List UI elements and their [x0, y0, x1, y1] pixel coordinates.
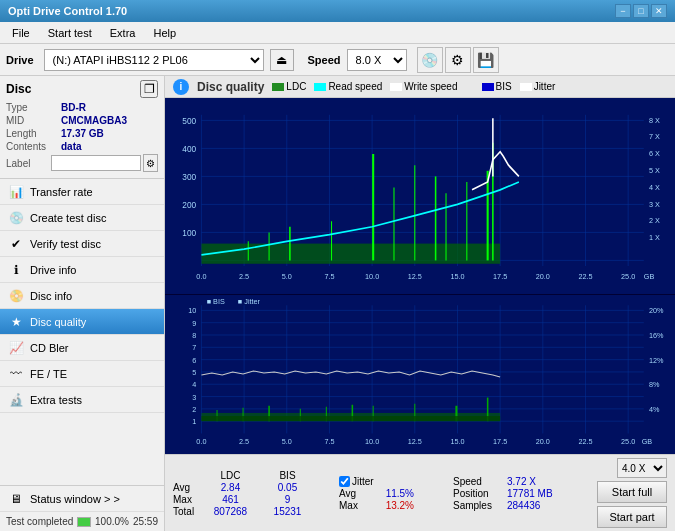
legend-bis-label: BIS [496, 81, 512, 92]
menu-help[interactable]: Help [145, 25, 184, 41]
sidebar-item-label: Extra tests [30, 394, 82, 406]
svg-text:500: 500 [182, 115, 196, 125]
max-ldc-val: 461 [203, 494, 258, 505]
legend-write-speed: Write speed [390, 81, 457, 92]
sidebar-item-disc-quality[interactable]: ★ Disc quality [0, 309, 164, 335]
action-area: 4.0 X 8.0 X Maximum Start full Start par… [597, 458, 667, 528]
jitter-label: Jitter [352, 476, 374, 487]
start-full-button[interactable]: Start full [597, 481, 667, 503]
legend-jitter-label: Jitter [534, 81, 556, 92]
save-toolbar-button[interactable]: 💾 [473, 47, 499, 73]
sidebar-item-create-test-disc[interactable]: 💿 Create test disc [0, 205, 164, 231]
position-stat-val: 17781 MB [507, 488, 553, 499]
svg-text:200: 200 [182, 199, 196, 209]
progress-bar-fill [78, 518, 90, 526]
svg-text:10.0: 10.0 [365, 272, 379, 281]
disc-quality-icon: ★ [8, 314, 24, 330]
sidebar-item-extra-tests[interactable]: 🔬 Extra tests [0, 387, 164, 413]
svg-text:6: 6 [192, 356, 196, 365]
top-chart: 500 400 300 200 100 8 X 7 X 6 X 5 X 4 X … [165, 98, 675, 294]
sidebar-item-label: Transfer rate [30, 186, 93, 198]
right-panel: i Disc quality LDC Read speed Write spee… [165, 76, 675, 531]
disc-length-label: Length [6, 128, 61, 139]
sidebar-item-transfer-rate[interactable]: 📊 Transfer rate [0, 179, 164, 205]
svg-text:15.0: 15.0 [450, 272, 464, 281]
maximize-button[interactable]: □ [633, 4, 649, 18]
svg-text:8%: 8% [649, 380, 660, 389]
svg-rect-42 [201, 244, 500, 264]
speed-stat-label: Speed [453, 476, 503, 487]
settings-toolbar-button[interactable]: ⚙ [445, 47, 471, 73]
sidebar-item-cd-bler[interactable]: 📈 CD Bler [0, 335, 164, 361]
sidebar-item-label: Drive info [30, 264, 76, 276]
svg-text:1 X: 1 X [649, 233, 660, 242]
sidebar-item-label: Disc quality [30, 316, 86, 328]
minimize-button[interactable]: − [615, 4, 631, 18]
disc-label-input[interactable] [51, 155, 141, 171]
svg-text:4%: 4% [649, 405, 660, 414]
ldc-bis-stats: LDC BIS Avg 2.84 0.05 Max 461 9 Total 80… [173, 470, 315, 517]
expand-icon: ❐ [144, 82, 155, 96]
menu-file[interactable]: File [4, 25, 38, 41]
disc-expand-button[interactable]: ❐ [140, 80, 158, 98]
jitter-stats: Jitter Avg 11.5% Max 13.2% [339, 476, 429, 511]
close-button[interactable]: ✕ [651, 4, 667, 18]
menu-extra[interactable]: Extra [102, 25, 144, 41]
eject-button[interactable]: ⏏ [270, 49, 294, 71]
sidebar-item-disc-info[interactable]: 📀 Disc info [0, 283, 164, 309]
avg-label: Avg [173, 482, 201, 493]
svg-text:12.5: 12.5 [408, 272, 422, 281]
progress-bar-container [77, 517, 91, 527]
disc-length-row: Length 17.37 GB [6, 128, 158, 139]
sidebar-item-fe-te[interactable]: 〰 FE / TE [0, 361, 164, 387]
disc-section: Disc ❐ Type BD-R MID CMCMAGBA3 Length 17… [0, 76, 164, 179]
svg-text:15.0: 15.0 [450, 437, 464, 446]
sidebar-item-drive-info[interactable]: ℹ Drive info [0, 257, 164, 283]
svg-text:9: 9 [192, 319, 196, 328]
drive-select[interactable]: (N:) ATAPI iHBS112 2 PL06 [44, 49, 264, 71]
svg-text:3 X: 3 X [649, 199, 660, 208]
menu-bar: File Start test Extra Help [0, 22, 675, 44]
status-window-item[interactable]: 🖥 Status window > > [0, 486, 164, 512]
disc-icon-button[interactable]: 💿 [417, 47, 443, 73]
legend-ldc: LDC [272, 81, 306, 92]
svg-text:0.0: 0.0 [196, 272, 206, 281]
jitter-max-label: Max [339, 500, 367, 511]
disc-icon: 💿 [421, 52, 438, 68]
speed-position-stats: Speed 3.72 X Position 17781 MB Samples 2… [453, 476, 573, 511]
total-bis-val: 15231 [260, 506, 315, 517]
svg-text:GB: GB [642, 437, 653, 446]
bis-header: BIS [260, 470, 315, 481]
legend-read-speed-label: Read speed [328, 81, 382, 92]
status-window-icon: 🖥 [8, 491, 24, 507]
svg-text:1: 1 [192, 417, 196, 426]
chart-legend: LDC Read speed Write speed [272, 81, 457, 92]
svg-text:5.0: 5.0 [282, 272, 292, 281]
nav-items: 📊 Transfer rate 💿 Create test disc ✔ Ver… [0, 179, 164, 485]
legend-write-speed-label: Write speed [404, 81, 457, 92]
quality-speed-select[interactable]: 4.0 X 8.0 X Maximum [617, 458, 667, 478]
sidebar-item-verify-test-disc[interactable]: ✔ Verify test disc [0, 231, 164, 257]
svg-text:3: 3 [192, 393, 196, 402]
speed-select[interactable]: 8.0 X 4.0 X Maximum [347, 49, 407, 71]
app-title: Opti Drive Control 1.70 [8, 5, 127, 17]
svg-text:400: 400 [182, 143, 196, 153]
jitter-checkbox[interactable] [339, 476, 350, 487]
svg-text:■ BIS: ■ BIS [207, 297, 225, 306]
label-settings-button[interactable]: ⚙ [143, 154, 158, 172]
max-label: Max [173, 494, 201, 505]
svg-text:17.5: 17.5 [493, 272, 507, 281]
extra-tests-icon: 🔬 [8, 392, 24, 408]
svg-rect-117 [201, 416, 500, 421]
menu-start-test[interactable]: Start test [40, 25, 100, 41]
avg-ldc-val: 2.84 [203, 482, 258, 493]
progress-percent: 100.0% [95, 516, 129, 527]
jitter-avg-label: Avg [339, 488, 367, 499]
svg-text:7 X: 7 X [649, 132, 660, 141]
elapsed-time: 25:59 [133, 516, 158, 527]
disc-info-icon: 📀 [8, 288, 24, 304]
start-part-button[interactable]: Start part [597, 506, 667, 528]
svg-text:25.0: 25.0 [621, 272, 635, 281]
verify-test-disc-icon: ✔ [8, 236, 24, 252]
disc-mid-value: CMCMAGBA3 [61, 115, 127, 126]
